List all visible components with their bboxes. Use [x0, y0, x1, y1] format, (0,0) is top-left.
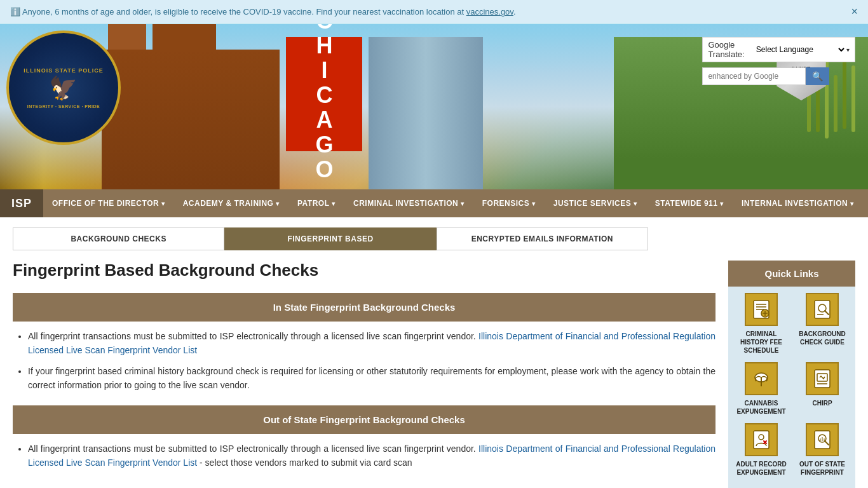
nav-dropdown-arrow-7: ▾	[850, 200, 854, 207]
bullet-text-3-after: - select those vendors marked to submit …	[200, 458, 412, 468]
nav-dropdown-arrow-0: ▾	[161, 200, 165, 207]
quick-link-out-of-state-fingerprint[interactable]: OUT OF STATE FINGERPRINT	[794, 423, 850, 477]
quick-link-cannabis[interactable]: CANNABIS EXPUNGEMENT	[733, 362, 789, 416]
out-of-state-list: All fingerprint transactions must be sub…	[13, 442, 715, 470]
list-item: If your fingerprint based criminal histo…	[28, 364, 715, 393]
out-of-state-fingerprint-icon	[806, 423, 839, 456]
translate-select[interactable]: Select Language Spanish French German	[754, 44, 846, 55]
quick-links-title: Quick Links	[728, 261, 855, 287]
tab-background-checks[interactable]: BACKGROUND CHECKS	[13, 227, 224, 250]
nav-item-statewide-911[interactable]: STATEWIDE 911 ▾	[646, 189, 733, 217]
nav-dropdown-arrow-5: ▾	[634, 200, 637, 207]
quick-links-body: CRIMINAL HISTORY FEE SCHEDULE BACKGROUND…	[728, 287, 855, 483]
cannabis-label: CANNABIS EXPUNGEMENT	[733, 399, 789, 416]
translate-wrapper[interactable]: Google Translate: Select Language Spanis…	[702, 37, 855, 62]
alert-banner: ℹ️ Anyone, 6 months of age and older, is…	[0, 0, 868, 24]
nav-item-patrol[interactable]: PATROL ▾	[288, 189, 344, 217]
alert-close-button[interactable]: ×	[851, 5, 858, 18]
tab-fingerprint-based[interactable]: FINGERPRINT BASED	[224, 227, 436, 250]
isp-seal: ILLINOIS STATE POLICE 🦅 INTEGRITY · SERV…	[6, 30, 121, 145]
nav-brand[interactable]: ISP	[0, 189, 43, 217]
quick-link-criminal-history[interactable]: CRIMINAL HISTORY FEE SCHEDULE	[733, 293, 789, 355]
breadcrumb-tabs: BACKGROUND CHECKS FINGERPRINT BASED ENCR…	[13, 227, 648, 250]
nav-dropdown-arrow-6: ▾	[720, 200, 724, 207]
criminal-history-label: CRIMINAL HISTORY FEE SCHEDULE	[733, 330, 789, 355]
translate-label: Google Translate:	[708, 40, 750, 59]
criminal-history-icon	[745, 293, 778, 326]
seal-eagle-icon: 🦅	[49, 75, 78, 102]
section-in-state: In State Fingerprint Background Checks	[13, 293, 715, 322]
main-nav: ISP OFFICE OF THE DIRECTOR ▾ ACADEMY & T…	[0, 189, 868, 217]
bullet-text-1: All fingerprint transactions must be sub…	[28, 331, 476, 341]
quick-link-chirp[interactable]: CHIRP	[794, 362, 850, 416]
nav-item-internal-investigation[interactable]: INTERNAL INVESTIGATION ▾	[733, 189, 863, 217]
nav-dropdown-arrow-1: ▾	[276, 200, 280, 207]
page-title: Fingerprint Based Background Checks	[13, 261, 715, 280]
tab-encrypted-emails[interactable]: ENCRYPTED EMAILS INFORMATION	[437, 227, 648, 250]
nav-item-academy-training[interactable]: ACADEMY & TRAINING ▾	[174, 189, 288, 217]
bullet-text-2: If your fingerprint based criminal histo…	[28, 366, 715, 390]
search-button[interactable]: 🔍	[806, 67, 829, 85]
adult-record-label: ADULT RECORD EXPUNGEMENT	[733, 460, 789, 477]
alert-icon: ℹ️	[10, 7, 20, 17]
nav-dropdown-arrow-2: ▾	[332, 200, 336, 207]
background-guide-label: BACKGROUND CHECK GUIDE	[794, 330, 850, 346]
nav-item-office-of-director[interactable]: OFFICE OF THE DIRECTOR ▾	[43, 189, 174, 217]
nav-dropdown-arrow-4: ▾	[532, 200, 536, 207]
nav-item-justice-services[interactable]: JUSTICE SERVICES ▾	[545, 189, 646, 217]
quick-links-sidebar: Quick Links CRIMINAL HISTORY FEE SCHEDUL…	[728, 261, 855, 488]
background-guide-icon	[806, 293, 839, 326]
out-of-state-fingerprint-label: OUT OF STATE FINGERPRINT	[794, 460, 850, 477]
quick-link-background-guide[interactable]: BACKGROUND CHECK GUIDE	[794, 293, 850, 355]
search-box: 🔍	[702, 67, 829, 85]
section-out-of-state: Out of State Fingerprint Background Chec…	[13, 405, 715, 434]
cannabis-icon	[745, 362, 778, 395]
social-icons-row: f 🐦 ▶	[728, 483, 855, 488]
list-item: All fingerprint transactions must be sub…	[28, 442, 715, 470]
quick-link-adult-record[interactable]: ADULT RECORD EXPUNGEMENT	[733, 423, 789, 477]
main-layout: Fingerprint Based Background Checks In S…	[0, 261, 868, 488]
svg-rect-7	[815, 301, 830, 318]
in-state-list: All fingerprint transactions must be sub…	[13, 329, 715, 393]
hero-banner: CHICAGO ILLINOIS STATE POLICE 🦅 INTEGRIT…	[0, 24, 868, 189]
nav-dropdown-arrow-3: ▾	[461, 200, 465, 207]
top-controls: Google Translate: Select Language Spanis…	[702, 37, 855, 85]
list-item: All fingerprint transactions must be sub…	[28, 329, 715, 358]
content-area: Fingerprint Based Background Checks In S…	[13, 261, 715, 482]
bullet-text-3: All fingerprint transactions must be sub…	[28, 444, 476, 454]
translate-dropdown-icon: ▾	[846, 46, 850, 53]
alert-message: Anyone, 6 months of age and older, is el…	[22, 7, 464, 17]
nav-item-criminal-investigation[interactable]: CRIMINAL INVESTIGATION ▾	[344, 189, 473, 217]
nav-item-forensics[interactable]: FORENSICS ▾	[473, 189, 545, 217]
alert-link[interactable]: vaccines.gov	[466, 7, 513, 17]
chirp-label: CHIRP	[812, 399, 832, 407]
search-input[interactable]	[702, 67, 806, 85]
adult-record-icon	[745, 423, 778, 456]
chirp-icon	[806, 362, 839, 395]
